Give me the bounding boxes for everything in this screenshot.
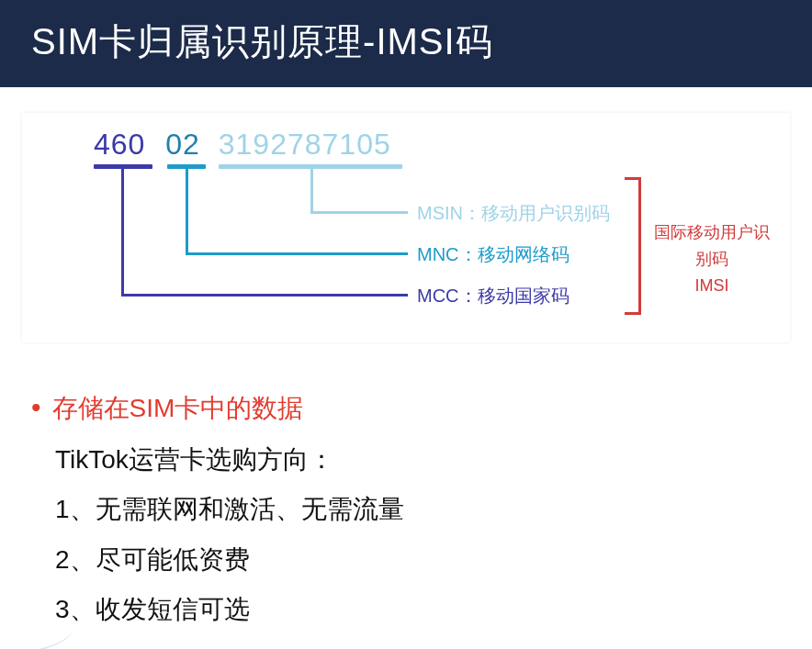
imsi-number: 460 02 3192787105 <box>94 128 391 162</box>
side-label: 国际移动用户识别码 IMSI <box>650 219 773 298</box>
label-mnc: MNC：移动网络码 <box>417 242 570 267</box>
side-label-line1: 国际移动用户识别码 <box>650 219 773 273</box>
leader-mcc-h <box>121 294 408 297</box>
label-mcc: MCC：移动国家码 <box>417 284 570 308</box>
leader-msin-v <box>310 169 313 214</box>
list-item: 2、尽可能低资费 <box>55 535 775 586</box>
side-label-line2: IMSI <box>650 273 773 299</box>
bracket-icon <box>625 177 641 315</box>
page-title: SIM卡归属识别原理-IMSI码 <box>31 21 493 62</box>
subtitle: TikTok运营卡选购方向： <box>55 435 775 486</box>
leader-mcc-v <box>121 169 124 297</box>
slide-header: SIM卡归属识别原理-IMSI码 <box>0 0 812 87</box>
imsi-mcc: 460 <box>94 128 145 161</box>
leader-msin-h <box>310 211 408 214</box>
list-item: 3、收发短信可选 <box>55 585 775 635</box>
leader-mnc-v <box>186 169 188 255</box>
content-block: 存储在SIM卡中的数据 TikTok运营卡选购方向： 1、无需联网和激活、无需流… <box>0 342 812 635</box>
imsi-diagram: 460 02 3192787105 MSIN：移动用户识别码 MNC：移动网络码… <box>22 113 790 342</box>
leader-mnc-h <box>186 252 408 255</box>
imsi-mnc: 02 <box>165 128 200 161</box>
list-item: 1、无需联网和激活、无需流量 <box>55 485 775 535</box>
label-msin: MSIN：移动用户识别码 <box>417 201 610 226</box>
bullet-storage: 存储在SIM卡中的数据 <box>55 381 775 435</box>
imsi-msin: 3192787105 <box>219 128 391 161</box>
